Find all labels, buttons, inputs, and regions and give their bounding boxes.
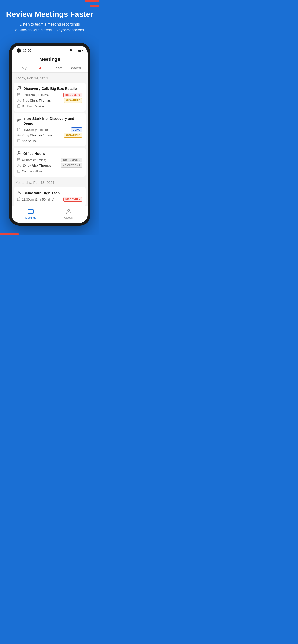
nav-meetings-label: Meetings	[26, 216, 36, 219]
svg-rect-9	[17, 94, 20, 96]
svg-rect-55	[30, 212, 31, 212]
meeting-1-tag-discovery: DISCOVERY	[63, 93, 82, 97]
date-label-today: Today, Feb 14, 2021	[16, 76, 48, 80]
meeting-2-time: 11:30am (40 mins)	[22, 128, 48, 132]
header-section: Review Meetings Faster Listen to team's …	[0, 0, 99, 38]
svg-rect-40	[17, 170, 20, 172]
nav-account[interactable]: Account	[50, 209, 88, 219]
bottom-accent	[0, 233, 19, 235]
svg-rect-20	[18, 119, 21, 122]
building-icon-2	[17, 139, 20, 143]
meeting-1-time-row: 10:00 am (50 mins) DISCOVERY	[17, 93, 82, 97]
meeting-4-time-row: 11:30am (1 hr 50 mins) DISCOVERY	[17, 197, 82, 202]
meeting-2-company-row: Sharks Inc.	[17, 139, 82, 143]
svg-rect-29	[18, 141, 19, 141]
tab-all[interactable]: All	[33, 64, 50, 72]
svg-point-8	[19, 86, 21, 88]
meeting-3-time-row: 4:30am (20 mins) NO PURPOSE	[17, 158, 82, 162]
clock-icon-3	[17, 158, 20, 162]
svg-rect-30	[19, 141, 20, 141]
meeting-person-icon-4	[17, 190, 21, 195]
header-subtitle: Listen to team's meeting recordingson-th…	[6, 22, 94, 33]
attendees-icon	[17, 99, 21, 102]
app-title: Meetings	[16, 56, 84, 62]
tab-shared[interactable]: Shared	[67, 64, 84, 72]
status-bar: 10:00	[12, 46, 88, 54]
meeting-group-icon	[17, 86, 21, 91]
attendees-icon-3	[17, 164, 21, 167]
building-icon	[17, 104, 20, 108]
meeting-2-company: Sharks Inc.	[22, 139, 37, 143]
svg-rect-6	[82, 50, 83, 51]
phone-wrapper: 10:00	[0, 38, 99, 235]
date-label-yesterday: Yesterday, Feb 13, 2021	[16, 180, 54, 184]
svg-point-27	[19, 134, 20, 135]
meeting-2-attendees-row: 6 by Thomas Johns ANSWERED	[17, 133, 82, 138]
svg-rect-32	[19, 141, 20, 142]
svg-rect-22	[17, 128, 20, 131]
svg-rect-0	[74, 51, 74, 52]
svg-point-26	[18, 134, 19, 135]
meeting-2-title-row: Intro Stark Inc: Discovery and Demo	[17, 116, 82, 126]
meeting-group-icon-2	[17, 118, 21, 124]
svg-point-33	[19, 152, 20, 153]
svg-point-14	[19, 99, 20, 100]
status-bar-left: 10:00	[17, 48, 32, 53]
meeting-3-tag-no-outcome: NO OUTCOME	[61, 163, 82, 168]
meeting-3-attendees: 10 by Alex Thomas	[22, 164, 51, 167]
nav-meetings[interactable]: Meetings	[12, 209, 50, 219]
date-header-today: Today, Feb 14, 2021	[12, 72, 88, 83]
svg-rect-18	[18, 106, 19, 107]
svg-rect-42	[19, 171, 20, 171]
meeting-2-time-row: 11:30am (40 mins) DEMO	[17, 128, 82, 132]
meeting-3-company: CompoundEye	[22, 170, 43, 173]
tab-team[interactable]: Team	[50, 64, 67, 72]
clock-icon-2	[17, 128, 20, 132]
meeting-1-attendees-row: 4 by Chris Thomas ANSWERED	[17, 98, 82, 103]
svg-rect-34	[17, 158, 20, 161]
phone-device: 10:00	[9, 43, 90, 226]
svg-rect-56	[32, 212, 32, 212]
svg-rect-44	[19, 172, 20, 172]
app-title-bar: Meetings	[12, 54, 88, 62]
meeting-4-title-row: Demo with High Tech	[17, 190, 82, 195]
tab-my[interactable]: My	[16, 64, 33, 72]
meeting-card-office-hours[interactable]: Office Hours	[14, 148, 86, 176]
svg-rect-31	[18, 141, 19, 142]
meeting-4-title: Demo with High Tech	[23, 191, 60, 196]
svg-rect-19	[19, 106, 20, 107]
meeting-3-title: Office Hours	[23, 151, 45, 156]
tabs-container: My All Team Shared	[12, 62, 88, 72]
svg-rect-2	[76, 50, 76, 52]
svg-point-7	[18, 86, 19, 88]
meeting-4-tag-discovery: DISCOVERY	[63, 197, 82, 202]
clock-icon	[17, 93, 20, 97]
header-title: Review Meetings Faster	[6, 10, 94, 19]
meeting-1-company: Big Box Retailer	[22, 104, 44, 108]
meeting-card-discovery-call[interactable]: Discovery Call: Big Box Retailer	[14, 83, 86, 112]
meeting-3-tag-no-purpose: NO PURPOSE	[61, 158, 82, 162]
account-nav-icon	[66, 209, 71, 216]
date-header-yesterday: Yesterday, Feb 13, 2021	[12, 177, 88, 187]
camera-icon	[17, 48, 21, 53]
meeting-title-row: Discovery Call: Big Box Retailer	[17, 86, 82, 91]
svg-rect-54	[29, 212, 30, 212]
meeting-card-demo-hightech[interactable]: Demo with High Tech	[14, 187, 86, 206]
meetings-nav-icon	[28, 209, 34, 216]
divider-1	[14, 112, 86, 112]
svg-point-57	[68, 210, 70, 211]
signal-icon	[74, 49, 77, 52]
svg-rect-16	[18, 106, 19, 106]
svg-point-45	[19, 191, 20, 192]
svg-rect-17	[19, 106, 20, 106]
divider-2	[14, 147, 86, 147]
nav-account-label: Account	[64, 216, 73, 219]
meeting-1-title: Discovery Call: Big Box Retailer	[23, 86, 78, 91]
svg-rect-5	[78, 50, 81, 52]
meeting-card-intro-stark[interactable]: Intro Stark Inc: Discovery and Demo	[14, 113, 86, 146]
meeting-1-time: 10:00 am (50 mins)	[22, 93, 49, 97]
svg-point-38	[18, 164, 19, 165]
bottom-nav: Meetings Account	[12, 206, 88, 223]
meetings-list: Today, Feb 14, 2021	[12, 72, 88, 206]
phone-screen: 10:00	[12, 46, 88, 223]
